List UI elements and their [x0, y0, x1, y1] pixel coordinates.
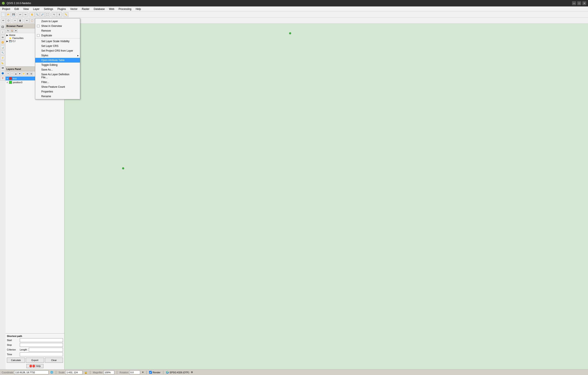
ctx-item-show-feature-count[interactable]: Show Feature Count — [35, 85, 80, 89]
layers-down-btn[interactable]: ▼ — [18, 72, 21, 75]
maximize-button[interactable]: □ — [577, 1, 581, 5]
save-btn[interactable]: 💾 — [11, 12, 16, 17]
ctx-item-set-layer-crs[interactable]: Set Layer CRS — [35, 44, 80, 48]
identify-btn[interactable]: ℹ — [57, 12, 62, 17]
measure-btn[interactable]: 📏 — [64, 12, 68, 17]
menu-item-vector[interactable]: Vector — [68, 6, 80, 11]
lock-icon[interactable]: 🔒 — [84, 371, 87, 374]
ctx-label-15: Properties — [41, 90, 53, 93]
delete-btn[interactable]: 🗑 — [18, 18, 22, 23]
tb-sep-2 — [29, 13, 29, 17]
ctx-item-styles[interactable]: Styles — [35, 53, 80, 58]
left-icon-8[interactable]: 📐 — [0, 61, 5, 65]
left-icon-9[interactable]: 🗺 — [0, 66, 5, 71]
redo-btn[interactable]: ↪ — [23, 12, 28, 17]
menu-item-processing[interactable]: Processing — [116, 6, 134, 11]
ctx-item-zoom-to-layer[interactable]: Zoom to Layer — [35, 19, 80, 24]
add-feature-btn[interactable]: + — [13, 18, 17, 23]
ctx-item-save-as...[interactable]: Save As... — [35, 67, 80, 72]
sp-stop-input[interactable] — [20, 343, 63, 347]
rotation-reset-icon[interactable]: ✕ — [142, 371, 144, 374]
zoom-full-btn[interactable]: ⛶ — [45, 12, 50, 17]
left-icon-5[interactable]: 📊 — [0, 45, 5, 50]
clear-button[interactable]: Clear — [45, 358, 63, 363]
menubar: ProjectEditViewLayerSettingsPluginsVecto… — [0, 6, 588, 12]
help-icon: 🔴🔴 — [29, 365, 35, 367]
new-project-btn[interactable]: 📄 — [1, 12, 6, 17]
layers-collapse-btn[interactable]: ⊟ — [30, 72, 33, 75]
menu-item-project[interactable]: Project — [0, 6, 12, 11]
sp-time-input[interactable] — [20, 353, 63, 356]
menu-item-view[interactable]: View — [21, 6, 31, 11]
left-icon-11[interactable]: 📍 — [0, 76, 5, 81]
menu-item-edit[interactable]: Edit — [12, 6, 21, 11]
browser-home-btn[interactable]: 🏠 — [10, 29, 14, 32]
rotation-input[interactable] — [129, 371, 140, 374]
layers-group-btn[interactable]: 📁 — [22, 72, 25, 75]
zoom-out-btn[interactable]: 🔎 — [40, 12, 45, 17]
ctx-item-filter...[interactable]: Filter... — [35, 80, 80, 85]
select-btn[interactable]: ↖ — [52, 12, 56, 17]
menu-item-settings[interactable]: Settings — [42, 6, 55, 11]
magnifier-label: Magnifier — [93, 371, 103, 374]
help-button[interactable]: 🔴🔴 Help — [26, 364, 44, 368]
coordinate-section: Coordinate — [2, 371, 49, 374]
menu-item-database[interactable]: Database — [92, 6, 107, 11]
ctx-item-show-in-overview[interactable]: Show in Overview — [35, 24, 80, 28]
ctx-item-open-attribute-table[interactable]: Open Attribute Table — [35, 58, 80, 63]
layers-add-btn[interactable]: + — [6, 72, 10, 75]
menu-item-web[interactable]: Web — [107, 6, 116, 11]
left-icon-10[interactable]: 🔵 — [0, 71, 5, 76]
ctx-label-11: Save As... — [41, 68, 53, 71]
coordinate-input[interactable] — [14, 371, 49, 374]
node-btn[interactable]: ⬡ — [6, 18, 11, 23]
left-icon-4[interactable]: 🔀 — [0, 40, 5, 45]
layers-up-btn[interactable]: ▲ — [14, 72, 18, 75]
minimize-button[interactable]: — — [572, 1, 576, 5]
ctx-item-duplicate[interactable]: Duplicate — [35, 33, 80, 38]
ctx-item-rename[interactable]: Rename — [35, 94, 80, 99]
zoom-in-btn[interactable]: 🔍 — [35, 12, 40, 17]
layers-remove-btn[interactable]: − — [10, 72, 14, 75]
left-icon-2[interactable]: ↕ — [0, 30, 5, 34]
browser-filter-btn[interactable]: ▼ — [14, 29, 18, 32]
map-area[interactable] — [64, 24, 588, 369]
ctx-item-set-project-crs-from-layer[interactable]: Set Project CRS from Layer — [35, 48, 80, 53]
ctx-item-save-as-layer-definition-file...[interactable]: Save As Layer Definition File... — [35, 72, 80, 80]
menu-item-layer[interactable]: Layer — [31, 6, 42, 11]
pan-btn[interactable]: ✋ — [30, 12, 34, 17]
copy-btn[interactable]: 📋 — [30, 18, 34, 23]
ctx-label-1: Show in Overview — [41, 24, 62, 28]
settings-icon[interactable]: ⚙ — [191, 371, 193, 374]
close-button[interactable]: ✕ — [582, 1, 586, 5]
sp-start-input[interactable] — [20, 338, 63, 342]
menu-item-raster[interactable]: Raster — [80, 6, 92, 11]
epsg-icon: 🌍 — [166, 371, 169, 374]
layers-expand-btn[interactable]: ⊞ — [26, 72, 29, 75]
menu-item-plugins[interactable]: Plugins — [55, 6, 68, 11]
render-checkbox[interactable] — [149, 371, 152, 374]
left-icon-6[interactable]: 🔧 — [0, 50, 5, 55]
left-icon-1[interactable]: 🔲 — [0, 24, 5, 29]
ctx-label-8: Styles — [41, 54, 48, 57]
sp-length-input[interactable] — [29, 348, 63, 352]
menu-item-help[interactable]: Help — [134, 6, 143, 11]
sp-title: Shortest path — [7, 335, 63, 337]
ctx-item-properties[interactable]: Properties — [35, 89, 80, 94]
ctx-item-toggle-editing[interactable]: Toggle Editing — [35, 63, 80, 67]
cut-btn[interactable]: ✂ — [24, 18, 29, 23]
ctx-item-set-layer-scale-visibility[interactable]: Set Layer Scale Visibility — [35, 39, 80, 44]
open-btn[interactable]: 📂 — [6, 12, 11, 17]
ctx-label-6: Set Layer CRS — [41, 44, 58, 48]
browser-refresh-btn[interactable]: ↻ — [6, 29, 10, 32]
ctx-item-remove[interactable]: Remove — [35, 28, 80, 33]
export-button[interactable]: Export — [26, 358, 44, 363]
scale-section: Scale — [59, 371, 83, 374]
left-icon-7[interactable]: ⚡ — [0, 55, 5, 60]
left-icon-3[interactable]: 🗂 — [0, 35, 5, 40]
magnifier-input[interactable] — [104, 371, 114, 374]
scale-input[interactable] — [65, 371, 83, 374]
undo-btn[interactable]: ↩ — [18, 12, 22, 17]
calculate-button[interactable]: Calculate — [7, 358, 25, 363]
edit-btn[interactable]: ✏ — [1, 18, 6, 23]
